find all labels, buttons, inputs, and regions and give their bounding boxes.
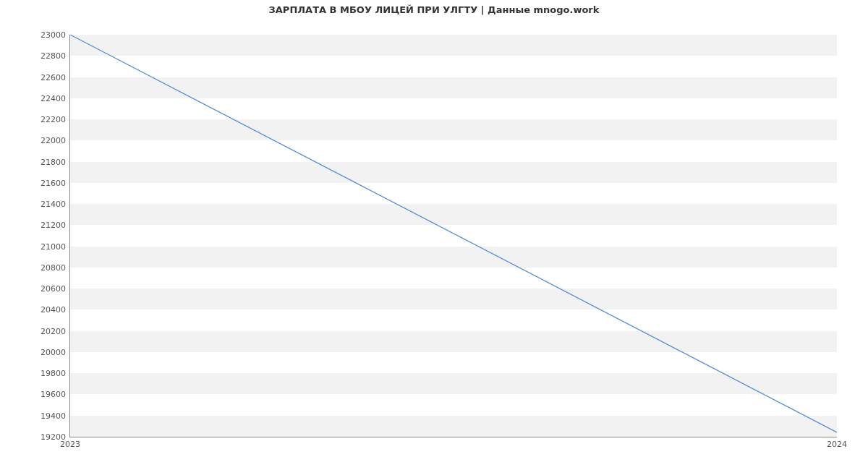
x-tick-label: 2024 [827, 437, 847, 449]
y-tick-label: 21600 [41, 178, 70, 187]
y-tick-label: 23000 [41, 30, 70, 40]
y-tick-label: 20000 [41, 347, 70, 356]
y-tick-label: 21800 [41, 157, 70, 166]
chart-title: ЗАРПЛАТА В МБОУ ЛИЦЕЙ ПРИ УЛГТУ | Данные… [0, 4, 868, 15]
y-tick-label: 21000 [41, 242, 70, 251]
x-tick-label: 2023 [60, 437, 80, 449]
y-tick-label: 22000 [41, 136, 70, 145]
y-tick-label: 20800 [41, 262, 70, 272]
plot-area: 1920019400196001980020000202002040020600… [69, 35, 837, 437]
line-series [70, 35, 837, 437]
y-tick-label: 22400 [41, 93, 70, 103]
y-tick-label: 22600 [41, 72, 70, 82]
y-tick-label: 19600 [41, 390, 70, 399]
y-tick-label: 21200 [41, 221, 70, 230]
series-line [70, 35, 837, 432]
y-tick-label: 20400 [41, 305, 70, 315]
y-tick-label: 21400 [41, 200, 70, 209]
y-tick-label: 19400 [41, 411, 70, 420]
y-tick-label: 19800 [41, 369, 70, 378]
chart-container: ЗАРПЛАТА В МБОУ ЛИЦЕЙ ПРИ УЛГТУ | Данные… [0, 0, 868, 470]
y-tick-label: 22200 [41, 115, 70, 124]
y-tick-label: 22800 [41, 51, 70, 61]
y-tick-label: 20200 [41, 326, 70, 336]
y-tick-label: 20600 [41, 284, 70, 294]
